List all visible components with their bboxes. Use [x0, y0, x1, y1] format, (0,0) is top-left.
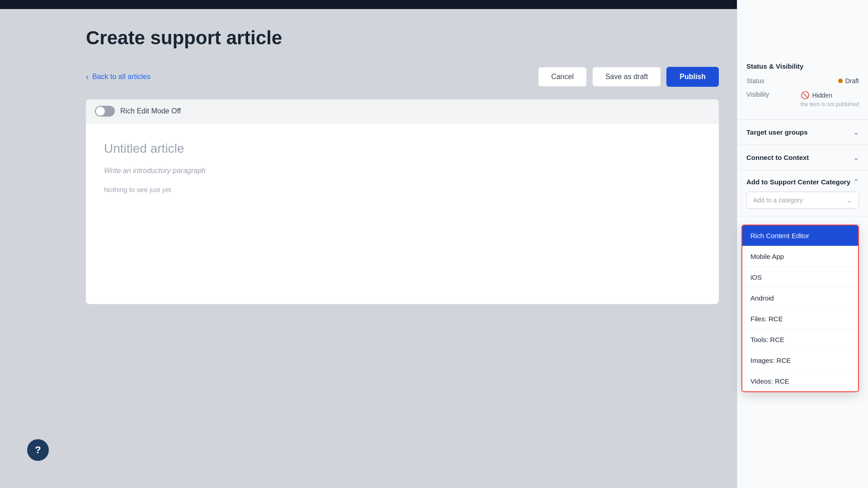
hidden-eye-icon: 🚫	[801, 91, 810, 99]
dropdown-item-tools-rce[interactable]: Tools: RCE	[742, 329, 858, 350]
publish-button[interactable]: Publish	[666, 67, 719, 87]
dropdown-item-rich-content-editor[interactable]: Rich Content Editor	[742, 225, 858, 246]
dropdown-item-mobile-app[interactable]: Mobile App	[742, 246, 858, 267]
dropdown-item-android[interactable]: Android	[742, 288, 858, 309]
back-arrow-icon: ‹	[86, 72, 89, 82]
cancel-button[interactable]: Cancel	[538, 67, 587, 87]
back-link[interactable]: ‹ Back to all articles	[86, 72, 151, 82]
add-to-category-section: Add to Support Center Category ⌃ Add to …	[737, 170, 868, 216]
add-to-category-header[interactable]: Add to Support Center Category ⌃	[746, 178, 859, 186]
target-user-groups-header[interactable]: Target user groups ⌄	[746, 128, 859, 136]
category-dropdown-icon: ⌄	[847, 197, 852, 204]
help-button[interactable]: ?	[27, 439, 49, 461]
dropdown-item-files-rce[interactable]: Files: RCE	[742, 309, 858, 329]
status-visibility-title: Status & Visibility	[746, 62, 859, 70]
article-title-placeholder: Untitled article	[104, 141, 701, 156]
target-user-groups-title: Target user groups	[746, 128, 808, 136]
add-to-category-chevron-icon: ⌃	[853, 178, 859, 186]
connect-to-context-chevron-icon: ⌄	[853, 153, 859, 162]
visibility-value: 🚫 Hidden	[801, 91, 859, 99]
page-wrapper: Create support article ‹ Back to all art…	[0, 0, 868, 488]
connect-to-context-section: Connect to Context ⌄	[737, 145, 868, 170]
content-placeholder: Nothing to see just yet	[104, 186, 701, 193]
visibility-label: Visibility	[746, 91, 769, 98]
category-dropdown: Rich Content Editor Mobile App iOS Andro…	[741, 225, 859, 392]
save-draft-button[interactable]: Save as draft	[592, 67, 661, 87]
status-dot-icon	[838, 79, 843, 83]
connect-to-context-header[interactable]: Connect to Context ⌄	[746, 153, 859, 162]
toolbar-row: ‹ Back to all articles Cancel Save as dr…	[86, 67, 719, 87]
target-user-groups-section: Target user groups ⌄	[737, 120, 868, 145]
target-user-groups-chevron-icon: ⌄	[853, 128, 859, 136]
category-input[interactable]: Add to a category ⌄	[746, 192, 859, 209]
add-to-category-title: Add to Support Center Category	[746, 178, 850, 186]
help-icon: ?	[35, 444, 41, 456]
status-text: Draft	[845, 77, 859, 84]
editor-body[interactable]: Untitled article Write an introductory p…	[86, 123, 719, 304]
status-label: Status	[746, 77, 764, 84]
action-buttons: Cancel Save as draft Publish	[538, 67, 719, 87]
dropdown-item-images-rce[interactable]: Images: RCE	[742, 350, 858, 371]
back-link-label: Back to all articles	[92, 73, 151, 81]
page-title: Create support article	[86, 27, 719, 49]
dropdown-item-ios[interactable]: iOS	[742, 267, 858, 288]
connect-to-context-title: Connect to Context	[746, 154, 809, 161]
visibility-sub: the item is not published	[801, 101, 859, 108]
status-value: Draft	[838, 77, 859, 84]
rich-edit-label: Rich Edit Mode Off	[120, 107, 181, 115]
editor-area: Rich Edit Mode Off Untitled article Writ…	[86, 99, 719, 304]
visibility-text: Hidden	[812, 92, 832, 99]
rich-edit-toggle-switch[interactable]	[95, 106, 115, 117]
status-row: Status Draft	[746, 77, 859, 84]
toggle-knob	[96, 107, 105, 116]
dropdown-item-videos-rce[interactable]: Videos: RCE	[742, 371, 858, 391]
intro-placeholder: Write an introductory paragraph	[104, 167, 701, 175]
right-sidebar: Status & Visibility Status Draft Visibil…	[737, 0, 868, 488]
rich-edit-toggle-bar: Rich Edit Mode Off	[86, 99, 719, 123]
visibility-row: Visibility 🚫 Hidden the item is not publ…	[746, 91, 859, 108]
status-visibility-section: Status & Visibility Status Draft Visibil…	[737, 54, 868, 120]
visibility-col: 🚫 Hidden the item is not published	[801, 91, 859, 108]
category-placeholder: Add to a category	[753, 197, 803, 204]
